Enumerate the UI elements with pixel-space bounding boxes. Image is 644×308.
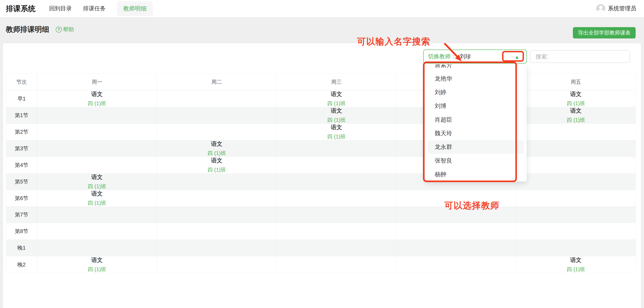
table-row: 第2节语文四 (1)班 [6, 123, 636, 140]
column-header: 周五 [516, 74, 636, 90]
dropdown-item[interactable]: 张智良 [425, 154, 527, 168]
schedule-cell [37, 157, 157, 174]
schedule-cell [516, 123, 636, 140]
subject-text: 语文 [331, 107, 342, 115]
schedule-cell [276, 140, 396, 157]
subject-text: 语文 [92, 190, 103, 198]
nav-item-scheduling-tasks[interactable]: 排课任务 [83, 5, 106, 13]
table-row: 第8节 [6, 223, 636, 240]
row-label: 早1 [6, 90, 37, 107]
help-label: 帮助 [63, 26, 74, 33]
subject-text: 语文 [570, 90, 582, 98]
chevron-up-icon[interactable]: ▲ [514, 54, 520, 60]
dropdown-item[interactable]: 唐素芳 [425, 64, 527, 72]
page-header: 教师排课明细 ? 帮助 导出全部学部教师课表 [0, 17, 644, 43]
teacher-select-value: 刘珍 [460, 53, 471, 61]
table-row: 早1语文四 (1)班语文四 (1)班语文四 (1)班 [6, 90, 636, 107]
row-label: 晚1 [6, 240, 37, 256]
schedule-cell [37, 223, 157, 240]
subject-text: 语文 [331, 90, 342, 98]
dropdown-item[interactable]: 刘博 [425, 99, 527, 113]
dropdown-item[interactable]: 魏天玲 [425, 126, 527, 140]
timetable-header-row: 节次周一周二周三周四周五 [6, 74, 636, 90]
subject-text: 语文 [92, 256, 103, 264]
schedule-cell [157, 223, 276, 240]
class-name-text: 四 (1)班 [327, 133, 346, 140]
row-label: 晚2 [6, 256, 37, 273]
schedule-cell: 语文四 (1)班 [37, 190, 157, 207]
schedule-cell [276, 173, 396, 190]
search-input[interactable] [530, 50, 630, 63]
schedule-cell: 语文四 (1)班 [276, 107, 396, 124]
schedule-cell [396, 223, 516, 240]
schedule-cell [276, 207, 396, 223]
dropdown-item[interactable]: 肖超臣 [425, 113, 527, 126]
schedule-cell [157, 107, 276, 124]
row-label: 第2节 [6, 123, 37, 140]
help-link[interactable]: ? 帮助 [56, 26, 74, 33]
top-nav: 排课系统 回到目录 排课任务 教师明细 系统管理员 [0, 0, 644, 17]
schedule-cell: 语文四 (1)班 [37, 90, 157, 107]
class-name-text: 四 (1)班 [88, 200, 106, 207]
class-name-text: 四 (1)班 [88, 183, 106, 190]
schedule-cell [37, 123, 157, 140]
table-row: 晚2语文四 (1)班语文四 (1)班 [6, 256, 636, 273]
schedule-cell [516, 173, 636, 190]
timetable: 节次周一周二周三周四周五 早1语文四 (1)班语文四 (1)班语文四 (1)班第… [6, 73, 636, 273]
row-label: 第1节 [6, 107, 37, 124]
schedule-cell [516, 190, 636, 207]
question-circle-icon: ? [56, 27, 62, 33]
dropdown-item[interactable]: 龙永群 [428, 140, 524, 154]
table-row: 第5节语文四 (1)班 [6, 173, 636, 190]
teacher-select-combobox[interactable]: 切换教师： 刘珍 [423, 50, 527, 63]
schedule-cell [157, 173, 276, 190]
schedule-cell [516, 157, 636, 174]
table-row: 第4节语文四 (1)班 [6, 157, 636, 173]
schedule-cell [37, 207, 157, 223]
subject-text: 语文 [92, 173, 103, 181]
row-label: 第5节 [6, 173, 37, 190]
user-name: 系统管理员 [608, 5, 636, 13]
dropdown-item[interactable]: 杨翀 [425, 168, 527, 181]
column-header: 节次 [6, 74, 37, 90]
user-menu[interactable]: 系统管理员 [596, 4, 636, 13]
schedule-cell: 语文四 (1)班 [516, 90, 636, 107]
schedule-cell [396, 190, 516, 207]
schedule-cell [37, 140, 157, 157]
schedule-cell [276, 256, 396, 273]
class-name-text: 四 (1)班 [566, 266, 585, 273]
table-row: 第7节 [6, 207, 636, 223]
dropdown-item[interactable]: 龙艳华 [425, 72, 527, 85]
class-name-text: 四 (1)班 [327, 100, 346, 107]
schedule-cell [276, 223, 396, 240]
schedule-cell [157, 240, 276, 256]
schedule-cell: 语文四 (1)班 [516, 256, 636, 273]
column-header: 周二 [157, 74, 276, 90]
schedule-cell [157, 190, 276, 207]
schedule-cell [157, 123, 276, 140]
row-label: 第4节 [6, 157, 37, 174]
export-all-teachers-button[interactable]: 导出全部学部教师课表 [573, 27, 636, 39]
nav-item-teacher-detail-active[interactable]: 教师明细 [117, 1, 153, 16]
schedule-cell [516, 207, 636, 223]
schedule-cell: 语文四 (1)班 [37, 256, 157, 273]
schedule-cell [396, 207, 516, 223]
subject-text: 语文 [570, 256, 582, 264]
schedule-cell [157, 90, 276, 107]
teacher-dropdown-list: 唐素芳龙艳华刘婷刘博肖超臣魏天玲龙永群张智良杨翀 [425, 64, 527, 182]
schedule-cell [37, 240, 157, 256]
table-row: 第6节语文四 (1)班 [6, 190, 636, 207]
row-label: 第7节 [6, 207, 37, 223]
schedule-cell [396, 256, 516, 273]
class-name-text: 四 (1)班 [208, 150, 226, 157]
class-name-text: 四 (1)班 [327, 116, 346, 123]
dropdown-item[interactable]: 刘婷 [425, 85, 527, 99]
nav-item-back-to-catalog[interactable]: 回到目录 [49, 5, 72, 13]
schedule-cell [37, 107, 157, 124]
timetable-body: 早1语文四 (1)班语文四 (1)班语文四 (1)班第1节语文四 (1)班语文四… [6, 90, 636, 273]
class-name-text: 四 (1)班 [208, 166, 226, 173]
teacher-select-label: 切换教师： [428, 53, 456, 61]
table-row: 晚1 [6, 240, 636, 256]
class-name-text: 四 (1)班 [88, 266, 106, 273]
table-row: 第3节语文四 (1)班 [6, 140, 636, 157]
